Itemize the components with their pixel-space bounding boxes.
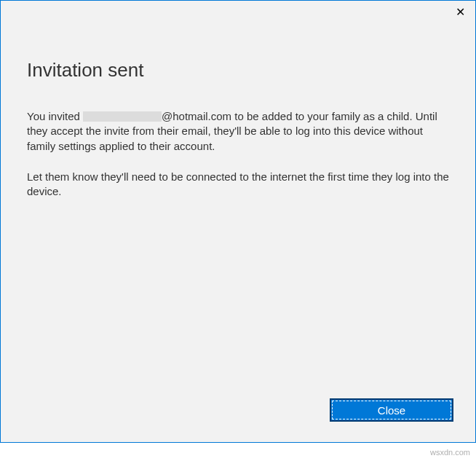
close-button[interactable]: Close (330, 398, 453, 422)
watermark-text: wsxdn.com (430, 448, 470, 457)
para1-prefix: You invited (27, 110, 83, 122)
dialog-content: Invitation sent You invited @hotmail.com… (1, 1, 475, 199)
redacted-email-local (83, 111, 162, 122)
dialog-title: Invitation sent (27, 59, 449, 82)
invitation-sent-dialog: ✕ Invitation sent You invited @hotmail.c… (0, 0, 476, 443)
paragraph-1: You invited @hotmail.com to be added to … (27, 109, 449, 154)
close-icon[interactable]: ✕ (456, 7, 465, 18)
paragraph-2: Let them know they'll need to be connect… (27, 170, 449, 200)
para1-email-suffix: @hotmail.com (162, 110, 231, 122)
